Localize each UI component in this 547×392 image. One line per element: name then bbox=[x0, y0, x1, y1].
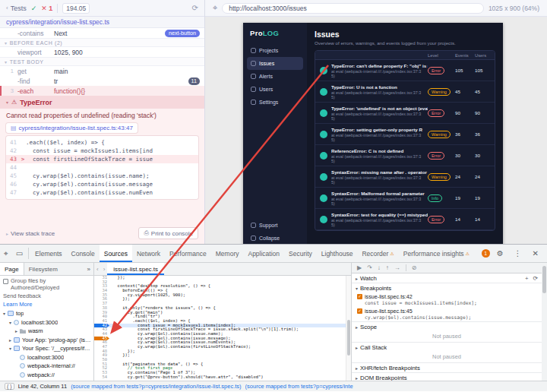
source-map-link[interactable]: (source mapped from tests?p=cypress/inte bbox=[245, 383, 353, 390]
tree-item[interactable]: ▾ top bbox=[0, 309, 93, 318]
command-row[interactable]: 3 -each function(){} bbox=[0, 86, 204, 96]
devtools-tab[interactable]: Console bbox=[67, 245, 100, 262]
pretty-print-icon[interactable]: { } bbox=[5, 383, 14, 390]
settings-gear-icon[interactable]: ⚙ bbox=[493, 249, 507, 258]
line-number-gutter[interactable]: 42 bbox=[94, 324, 109, 328]
issue-row[interactable]: TypeError: setting getter-only property … bbox=[315, 124, 495, 145]
issue-row[interactable]: SyntaxError: missing name after . operat… bbox=[315, 166, 495, 188]
app-nav-item[interactable]: Users bbox=[247, 83, 303, 96]
breakpoint-checkbox[interactable]: ✓ bbox=[357, 294, 362, 299]
resume-script-icon[interactable]: ▶ bbox=[357, 264, 362, 271]
devtools-tab[interactable]: Elements bbox=[30, 245, 66, 262]
breakpoint-entry[interactable]: ✓ issue-list.spec.ts:45 cy.wrap($el).con… bbox=[352, 307, 542, 321]
app-nav-item[interactable]: Collapse bbox=[247, 232, 303, 244]
viewport-info: 1025 x 900 (64%) bbox=[489, 5, 539, 12]
aut-url[interactable]: http://localhost:3000/issues bbox=[222, 3, 484, 14]
tree-item[interactable]: ▾ localhost:3000 bbox=[0, 318, 93, 327]
issue-row[interactable]: ReferenceError: C is not defined at eval… bbox=[315, 145, 495, 166]
tree-item[interactable]: ▾ Your Spec: '/__cypress/iframes/i bbox=[0, 344, 93, 353]
debugger-section-header[interactable]: ▸ DOM Breakpoints bbox=[352, 373, 542, 381]
command-row[interactable]: -contains Next next-button bbox=[0, 28, 204, 38]
learn-more-link[interactable]: Learn More bbox=[0, 300, 93, 309]
command-row[interactable]: 1 get main bbox=[0, 66, 204, 76]
issue-events: 24 bbox=[455, 174, 475, 179]
device-toolbar-icon[interactable]: ▭ bbox=[12, 245, 27, 262]
devtools-tab[interactable]: Performance insights ⚠ bbox=[399, 245, 474, 262]
line-number-gutter[interactable]: 54 bbox=[94, 375, 109, 380]
devtools-tab[interactable]: Performance bbox=[165, 245, 211, 262]
call-stack-section-header[interactable]: ▸ Call Stack bbox=[352, 343, 542, 352]
print-to-console-button[interactable]: ⎙ Print to console bbox=[138, 227, 198, 239]
refresh-icon[interactable]: ⟳ bbox=[192, 4, 198, 12]
app-nav-item[interactable]: Settings bbox=[247, 96, 303, 109]
inspect-element-icon[interactable]: ⌖ bbox=[0, 245, 12, 262]
before-each-header[interactable]: ▾ BEFORE EACH (2) bbox=[0, 38, 204, 47]
line-number-gutter[interactable]: 44 bbox=[94, 332, 109, 337]
scrollbar-thumb[interactable] bbox=[347, 320, 350, 356]
tree-item[interactable]: webpack:// bbox=[0, 371, 93, 380]
watch-section-header[interactable]: ▸ Watch +⟳ bbox=[352, 273, 542, 283]
issues-count-badge[interactable]: 1 bbox=[482, 249, 490, 258]
command-row[interactable]: -find tr 11 bbox=[0, 76, 204, 86]
issue-row[interactable]: TypeError: can't define property F: "obj… bbox=[315, 60, 495, 81]
step-icon[interactable]: → bbox=[394, 264, 400, 271]
tree-item[interactable]: ▸ wasm bbox=[0, 327, 93, 336]
group-files-checkbox[interactable]: Group files by Authored/Deployed bbox=[0, 277, 93, 292]
add-watch-icon[interactable]: + bbox=[525, 275, 529, 282]
scope-section-header[interactable]: ▸ Scope bbox=[352, 322, 542, 331]
source-map-link[interactable]: (source mapped from tests?p=cypress/inte… bbox=[71, 383, 241, 390]
devtools-tab[interactable]: Recorder ⚠ bbox=[357, 245, 398, 262]
issue-row[interactable]: TypeError: U is not a function at eval (… bbox=[315, 81, 495, 103]
kebab-menu-icon[interactable]: ⋮ bbox=[511, 249, 526, 258]
devtools-tab[interactable]: Memory bbox=[211, 245, 244, 262]
debugger-section-header[interactable]: ▸ XHR/fetch Breakpoints bbox=[352, 363, 542, 372]
line-number-gutter[interactable]: 41 bbox=[94, 319, 109, 324]
breakpoints-section-header[interactable]: ▾ Breakpoints bbox=[352, 283, 542, 292]
tree-item[interactable]: localhost:3000 bbox=[0, 353, 93, 362]
selector-playground-icon[interactable]: ⌖ bbox=[213, 3, 217, 13]
error-title-bar[interactable]: ▾ ⚠ TypeError bbox=[0, 96, 204, 109]
code-line[interactable]: 54 cy.get("@prev-button").should("have.a… bbox=[94, 375, 346, 380]
devtools-tab[interactable]: Network bbox=[132, 245, 165, 262]
line-number-gutter[interactable]: 45 bbox=[94, 337, 109, 341]
app-nav-item[interactable]: Alerts bbox=[247, 70, 303, 83]
editor-scrollbar[interactable] bbox=[346, 276, 351, 381]
next-tab-icon[interactable]: › bbox=[101, 263, 108, 275]
refresh-watch-icon[interactable]: ⟳ bbox=[533, 275, 538, 282]
issue-row[interactable]: SyntaxError: test for equality (==) mist… bbox=[315, 209, 495, 230]
step-out-icon[interactable]: ↑ bbox=[386, 264, 389, 271]
devtools-tab[interactable]: Application bbox=[243, 245, 284, 262]
devtools-tab[interactable]: Lighthouse bbox=[317, 245, 358, 262]
back-to-tests-link[interactable]: ‹Tests bbox=[6, 5, 27, 12]
tree-item-icon bbox=[14, 346, 20, 351]
issue-row[interactable]: SyntaxError: Malformed formal parameter … bbox=[315, 188, 495, 209]
app-nav-item[interactable]: Support bbox=[247, 219, 303, 232]
deactivate-breakpoints-icon[interactable]: ⊘ bbox=[412, 264, 417, 271]
command-row[interactable]: viewport 1025, 900 bbox=[0, 47, 204, 57]
tab-filesystem[interactable]: Filesystem bbox=[24, 263, 62, 275]
spec-path-link[interactable]: cypress/integration/issue-list.spec.ts bbox=[0, 17, 204, 28]
scope-section: ▸ Scope Not paused bbox=[352, 322, 542, 343]
scrollbar-thumb[interactable] bbox=[542, 266, 546, 293]
app-nav-item[interactable]: Projects bbox=[247, 44, 303, 57]
more-tabs-icon[interactable]: » bbox=[84, 266, 93, 273]
step-into-icon[interactable]: ↓ bbox=[378, 264, 381, 271]
tree-item[interactable]: webpack-internal:// bbox=[0, 362, 93, 371]
app-nav-item[interactable]: Issues bbox=[247, 57, 303, 70]
step-over-icon[interactable]: ↷ bbox=[367, 264, 372, 271]
error-file-link[interactable]: ▤ cypress/integration/issue-list.spec.ts… bbox=[6, 123, 138, 133]
test-body-header[interactable]: ▾ TEST BODY bbox=[0, 57, 204, 66]
issue-row[interactable]: TypeError: 'undefined' is not an object … bbox=[315, 103, 495, 124]
breakpoint-entry[interactable]: ✓ issue-list.spec.ts:42 const issue = mo… bbox=[352, 292, 542, 307]
view-stack-trace-toggle[interactable]: ▸ View stack trace bbox=[6, 230, 55, 237]
breakpoint-checkbox[interactable]: ✓ bbox=[357, 308, 362, 314]
send-feedback-link[interactable]: Send feedback bbox=[0, 292, 93, 300]
devtools-tab[interactable]: Security bbox=[284, 245, 317, 262]
tab-page[interactable]: Page bbox=[0, 263, 24, 275]
editor-file-tab[interactable]: issue-list.spec.ts bbox=[107, 263, 164, 275]
prev-tab-icon[interactable]: ‹ bbox=[94, 263, 101, 275]
close-devtools-icon[interactable]: ✕ bbox=[529, 249, 542, 258]
tree-item[interactable]: ▸ Your App: 'prolog-app' (issues) bbox=[0, 336, 93, 345]
devtools-tab[interactable]: Sources bbox=[100, 245, 132, 262]
panel-scrollbar[interactable] bbox=[542, 263, 547, 381]
